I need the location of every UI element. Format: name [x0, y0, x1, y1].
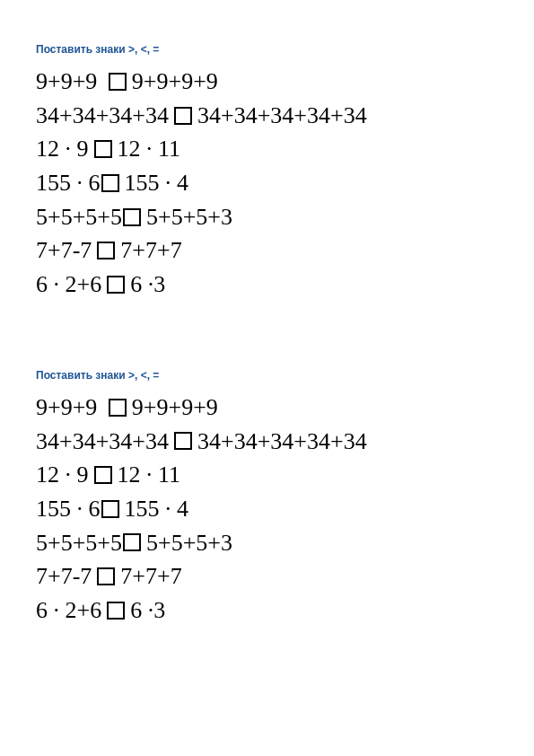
problem-row: 9+9+9 9+9+9+9 — [36, 65, 498, 99]
problem-row: 5+5+5+55+5+5+3 — [36, 200, 498, 234]
answer-box[interactable] — [97, 242, 115, 259]
left-expression: 34+34+34+34 — [36, 99, 169, 133]
problem-row: 7+7-77+7+7 — [36, 559, 498, 593]
problem-row: 34+34+34+3434+34+34+34+34 — [36, 99, 498, 133]
left-expression: 5+5+5+5 — [36, 200, 122, 234]
right-expression: 5+5+5+3 — [146, 200, 232, 234]
answer-box[interactable] — [174, 432, 192, 450]
problem-row: 6 · 2+66 ·3 — [36, 268, 498, 302]
answer-box[interactable] — [94, 140, 112, 158]
problem-row: 12 · 912 · 11 — [36, 458, 498, 492]
problem-row: 9+9+9 9+9+9+9 — [36, 391, 498, 425]
problem-row: 34+34+34+3434+34+34+34+34 — [36, 425, 498, 459]
problem-row: 155 · 6155 · 4 — [36, 166, 498, 200]
left-expression: 6 · 2+6 — [36, 268, 101, 302]
answer-box[interactable] — [109, 399, 127, 417]
answer-box[interactable] — [109, 73, 127, 91]
problem-row: 6 · 2+66 ·3 — [36, 593, 498, 628]
right-expression: 34+34+34+34+34 — [197, 425, 367, 459]
right-expression: 7+7+7 — [120, 559, 181, 593]
left-expression: 155 · 6 — [36, 492, 101, 526]
answer-box[interactable] — [97, 567, 115, 585]
answer-box[interactable] — [123, 533, 141, 551]
gap-spacer — [97, 65, 103, 99]
left-expression: 7+7-7 — [36, 233, 92, 268]
right-expression: 6 ·3 — [130, 268, 165, 302]
exercise-title: Поставить знаки >, <, = — [36, 43, 498, 56]
right-expression: 9+9+9+9 — [132, 65, 218, 99]
exercise-block: Поставить знаки >, <, =9+9+9 9+9+9+934+3… — [36, 369, 498, 628]
right-expression: 5+5+5+3 — [146, 526, 232, 560]
right-expression: 155 · 4 — [125, 166, 189, 200]
right-expression: 34+34+34+34+34 — [197, 99, 367, 133]
right-expression: 9+9+9+9 — [132, 391, 218, 425]
exercise-block: Поставить знаки >, <, =9+9+9 9+9+9+934+3… — [36, 43, 498, 302]
answer-box[interactable] — [107, 602, 125, 620]
problem-row: 7+7-77+7+7 — [36, 233, 498, 268]
right-expression: 12 · 11 — [118, 458, 181, 492]
left-expression: 12 · 9 — [36, 132, 89, 166]
answer-box[interactable] — [101, 500, 119, 518]
answer-box[interactable] — [123, 208, 141, 226]
problem-row: 5+5+5+55+5+5+3 — [36, 526, 498, 560]
left-expression: 9+9+9 — [36, 391, 97, 425]
left-expression: 155 · 6 — [36, 166, 101, 200]
left-expression: 6 · 2+6 — [36, 593, 101, 628]
exercise-title: Поставить знаки >, <, = — [36, 369, 498, 382]
left-expression: 9+9+9 — [36, 65, 97, 99]
left-expression: 34+34+34+34 — [36, 425, 169, 459]
right-expression: 6 ·3 — [130, 593, 165, 628]
answer-box[interactable] — [174, 107, 192, 125]
right-expression: 155 · 4 — [125, 492, 189, 526]
problem-row: 155 · 6155 · 4 — [36, 492, 498, 526]
left-expression: 5+5+5+5 — [36, 526, 122, 560]
answer-box[interactable] — [107, 276, 125, 294]
problem-row: 12 · 912 · 11 — [36, 132, 498, 166]
answer-box[interactable] — [101, 174, 119, 192]
left-expression: 12 · 9 — [36, 458, 89, 492]
gap-spacer — [97, 391, 103, 425]
left-expression: 7+7-7 — [36, 559, 92, 593]
right-expression: 12 · 11 — [118, 132, 181, 166]
right-expression: 7+7+7 — [120, 233, 181, 268]
answer-box[interactable] — [94, 466, 112, 484]
